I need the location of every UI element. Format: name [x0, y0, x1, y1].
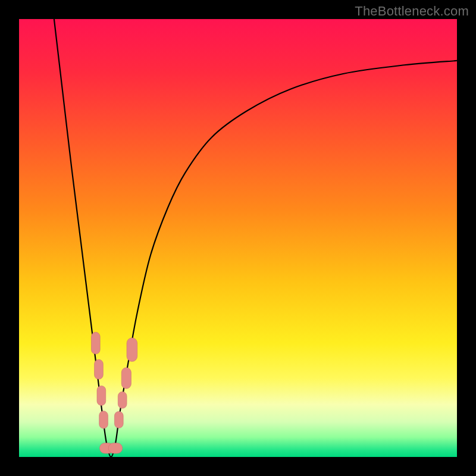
data-marker [97, 386, 106, 405]
data-marker [127, 338, 137, 362]
data-marker [108, 443, 123, 453]
data-marker [91, 332, 100, 354]
data-marker [114, 411, 123, 428]
watermark-text: TheBottleneck.com [355, 4, 469, 19]
data-marker [99, 411, 108, 428]
gradient-background [19, 19, 457, 457]
chart-frame: TheBottleneck.com [0, 0, 476, 476]
data-marker [118, 392, 127, 408]
data-marker [121, 368, 131, 389]
bottleneck-chart [19, 19, 457, 457]
plot-area [19, 19, 457, 457]
data-marker [95, 359, 104, 379]
